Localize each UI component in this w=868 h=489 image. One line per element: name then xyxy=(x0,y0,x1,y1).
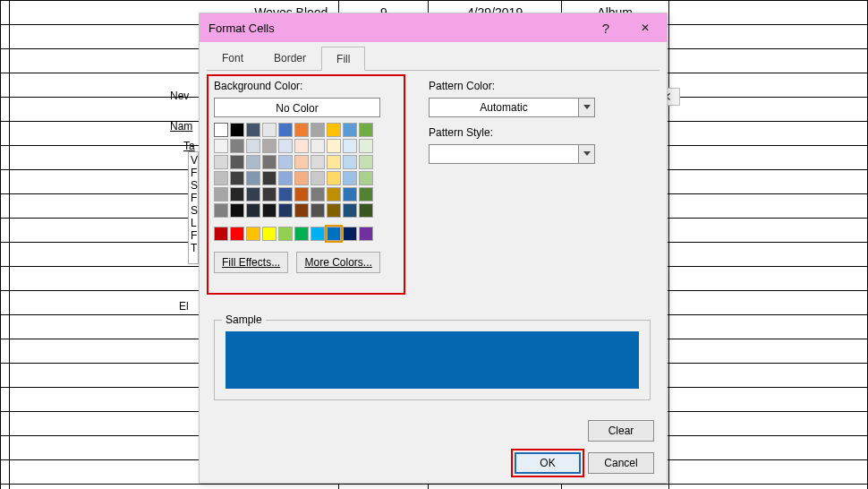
color-swatch[interactable] xyxy=(214,123,228,137)
color-swatch[interactable] xyxy=(246,155,260,169)
cell[interactable] xyxy=(668,170,867,194)
color-swatch[interactable] xyxy=(278,171,293,185)
row-header[interactable] xyxy=(1,291,10,315)
color-swatch[interactable] xyxy=(359,187,373,202)
color-swatch[interactable] xyxy=(214,187,228,202)
color-swatch[interactable] xyxy=(327,139,341,153)
color-swatch[interactable] xyxy=(343,227,357,241)
color-swatch[interactable] xyxy=(246,203,260,218)
color-swatch[interactable] xyxy=(294,171,309,185)
cell[interactable] xyxy=(668,98,867,122)
row-header[interactable] xyxy=(1,49,10,73)
color-swatch[interactable] xyxy=(311,139,325,153)
color-swatch[interactable] xyxy=(230,203,244,218)
color-swatch[interactable] xyxy=(311,155,325,169)
color-swatch[interactable] xyxy=(343,123,357,137)
color-swatch[interactable] xyxy=(294,123,309,137)
cell[interactable] xyxy=(668,267,867,291)
color-swatch[interactable] xyxy=(262,123,277,137)
row-header[interactable] xyxy=(1,25,10,49)
color-swatch[interactable] xyxy=(311,171,325,185)
row-header[interactable] xyxy=(1,73,10,98)
color-swatch[interactable] xyxy=(294,155,309,169)
color-swatch[interactable] xyxy=(327,171,341,185)
color-swatch[interactable] xyxy=(278,227,293,241)
color-swatch[interactable] xyxy=(230,187,244,202)
row-header[interactable] xyxy=(1,315,10,339)
color-swatch[interactable] xyxy=(343,203,357,218)
color-swatch[interactable] xyxy=(214,227,228,241)
color-swatch[interactable] xyxy=(278,139,293,153)
row-header[interactable] xyxy=(1,146,10,170)
color-swatch[interactable] xyxy=(262,187,277,202)
clear-button[interactable]: Clear xyxy=(588,420,654,442)
row-header[interactable] xyxy=(1,194,10,219)
pattern-color-select[interactable]: Automatic xyxy=(429,98,595,117)
color-swatch[interactable] xyxy=(359,123,373,137)
color-swatch[interactable] xyxy=(262,171,277,185)
cell[interactable] xyxy=(668,146,867,170)
row-header[interactable] xyxy=(1,243,10,267)
row-header[interactable] xyxy=(1,122,10,146)
cell[interactable] xyxy=(668,219,867,243)
cell[interactable] xyxy=(668,364,867,388)
color-swatch[interactable] xyxy=(246,227,260,241)
row-header[interactable] xyxy=(1,388,10,412)
row-header[interactable] xyxy=(1,339,10,364)
color-swatch[interactable] xyxy=(278,187,293,202)
color-swatch[interactable] xyxy=(262,227,277,241)
color-swatch[interactable] xyxy=(278,203,293,218)
color-swatch[interactable] xyxy=(327,187,341,202)
color-swatch[interactable] xyxy=(230,171,244,185)
pattern-style-select[interactable] xyxy=(429,144,595,164)
color-swatch[interactable] xyxy=(294,203,309,218)
color-swatch[interactable] xyxy=(294,187,309,202)
color-swatch[interactable] xyxy=(230,155,244,169)
tab-fill[interactable]: Fill xyxy=(321,47,365,71)
cell[interactable] xyxy=(668,436,867,460)
color-swatch[interactable] xyxy=(359,227,373,241)
color-swatch[interactable] xyxy=(262,203,277,218)
more-colors-button[interactable]: More Colors... xyxy=(296,252,379,273)
color-swatch[interactable] xyxy=(246,187,260,202)
cell[interactable] xyxy=(339,485,429,490)
color-swatch[interactable] xyxy=(311,203,325,218)
color-swatch[interactable] xyxy=(343,139,357,153)
cell[interactable]: Radiohe xyxy=(10,485,339,490)
cell[interactable] xyxy=(668,1,867,25)
row-header[interactable] xyxy=(1,267,10,291)
cell[interactable] xyxy=(668,315,867,339)
color-swatch[interactable] xyxy=(294,227,309,241)
color-swatch[interactable] xyxy=(327,203,341,218)
ok-button[interactable]: OK xyxy=(515,452,581,474)
color-swatch[interactable] xyxy=(246,139,260,153)
color-swatch[interactable] xyxy=(246,123,260,137)
cell[interactable] xyxy=(429,485,561,490)
color-swatch[interactable] xyxy=(327,227,341,241)
row-header[interactable] xyxy=(1,412,10,436)
close-button[interactable]: ✕ xyxy=(625,14,665,42)
cancel-button[interactable]: Cancel xyxy=(588,452,654,474)
color-swatch[interactable] xyxy=(246,171,260,185)
color-swatch[interactable] xyxy=(359,139,373,153)
row-header[interactable] xyxy=(1,98,10,122)
tab-border[interactable]: Border xyxy=(259,46,321,70)
color-swatch[interactable] xyxy=(294,139,309,153)
color-swatch[interactable] xyxy=(311,123,325,137)
no-color-button[interactable]: No Color xyxy=(214,98,380,117)
color-swatch[interactable] xyxy=(327,123,341,137)
color-swatch[interactable] xyxy=(359,203,373,218)
color-swatch[interactable] xyxy=(311,187,325,202)
cell[interactable] xyxy=(561,485,668,490)
cell[interactable] xyxy=(668,485,867,490)
color-swatch[interactable] xyxy=(214,139,228,153)
cell[interactable] xyxy=(668,460,867,485)
cell[interactable] xyxy=(668,194,867,219)
cell[interactable] xyxy=(668,388,867,412)
row-header[interactable] xyxy=(1,436,10,460)
row-header[interactable] xyxy=(1,485,10,490)
cell[interactable] xyxy=(668,25,867,49)
fill-effects-button[interactable]: Fill Effects... xyxy=(214,252,288,273)
dropdown-button[interactable] xyxy=(578,99,594,116)
color-swatch[interactable] xyxy=(278,155,293,169)
